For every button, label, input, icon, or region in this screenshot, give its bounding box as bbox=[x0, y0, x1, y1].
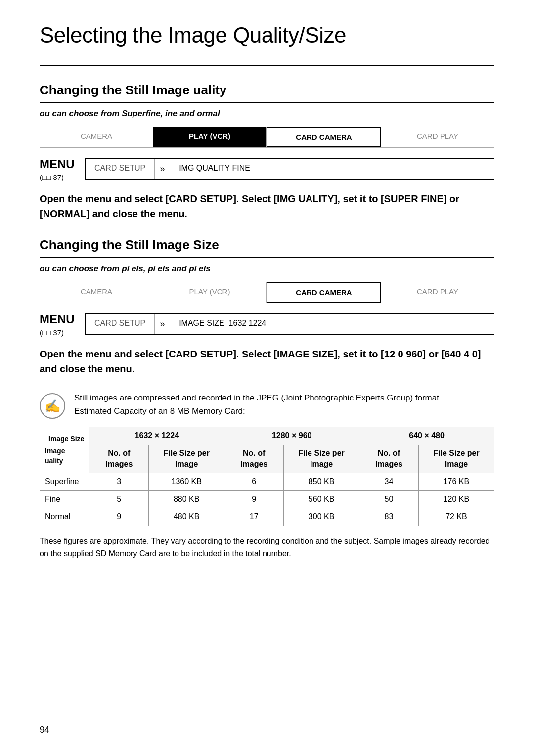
mode-btn-card-camera-2[interactable]: CARD CAMERA bbox=[267, 282, 381, 303]
menu-arrow-2: » bbox=[155, 314, 170, 334]
table-subheader-noi-2: No. of Images bbox=[224, 445, 284, 473]
table-cell: 880 KB bbox=[149, 490, 224, 508]
mode-btn-play-2[interactable]: PLAY (VCR) bbox=[153, 282, 267, 303]
menu-row-2: MENU (□□ 37) CARD SETUP » IMAGE SIZE 163… bbox=[40, 311, 494, 338]
mode-bar-2: CAMERA PLAY (VCR) CARD CAMERA CARD PLAY bbox=[40, 282, 494, 303]
menu-arrow-1: » bbox=[155, 159, 170, 179]
table-cell: 560 KB bbox=[284, 490, 359, 508]
menu-card-setup-2: CARD SETUP bbox=[86, 314, 155, 334]
menu-box-1: CARD SETUP » IMG QUALITY FINE bbox=[85, 158, 494, 179]
page-number: 94 bbox=[40, 724, 49, 736]
table-row-label: Fine bbox=[40, 490, 89, 508]
table-cell: 50 bbox=[359, 490, 419, 508]
mode-btn-card-play-2[interactable]: CARD PLAY bbox=[381, 282, 494, 303]
section1-subtitle: ou can choose from Superfine, ine and or… bbox=[40, 108, 494, 120]
table-cell: 850 KB bbox=[284, 473, 359, 490]
table-subheader-noi-3: No. of Images bbox=[359, 445, 419, 473]
section2-heading: Changing the Still Image Size bbox=[40, 236, 494, 258]
mode-btn-camera-2[interactable]: CAMERA bbox=[40, 282, 153, 303]
table-cell: 34 bbox=[359, 473, 419, 490]
table-cell: 72 KB bbox=[418, 508, 494, 526]
table-row-label: Normal bbox=[40, 508, 89, 526]
table-header-1632: 1632 × 1224 bbox=[89, 427, 224, 445]
table-cell: 9 bbox=[89, 508, 149, 526]
mode-btn-card-play-1[interactable]: CARD PLAY bbox=[381, 127, 494, 147]
menu-box-2: CARD SETUP » IMAGE SIZE 1632 1224 bbox=[85, 313, 494, 335]
section-size: Changing the Still Image Size ou can cho… bbox=[40, 236, 494, 376]
mode-bar-1: CAMERA PLAY (VCR) CARD CAMERA CARD PLAY bbox=[40, 127, 494, 148]
menu-label-1: MENU (□□ 37) bbox=[40, 156, 79, 183]
table-cell: 176 KB bbox=[418, 473, 494, 490]
page-title: Selecting the Image Quality/Size bbox=[40, 20, 494, 50]
menu-label-2: MENU (□□ 37) bbox=[40, 311, 79, 338]
table-corner: Image Size Image uality bbox=[40, 427, 89, 473]
table-cell: 83 bbox=[359, 508, 419, 526]
menu-card-setup-1: CARD SETUP bbox=[86, 159, 155, 179]
table-cell: 17 bbox=[224, 508, 284, 526]
section2-body: Open the menu and select [CARD SETUP]. S… bbox=[40, 347, 494, 376]
table-cell: 9 bbox=[224, 490, 284, 508]
mode-btn-card-camera-1[interactable]: CARD CAMERA bbox=[267, 127, 381, 147]
table-row-label: Superfine bbox=[40, 473, 89, 490]
mode-btn-camera-1[interactable]: CAMERA bbox=[40, 127, 153, 147]
table-cell: 6 bbox=[224, 473, 284, 490]
table-subheader-noi-1: No. of Images bbox=[89, 445, 149, 473]
menu-value-1: IMG QUALITY FINE bbox=[170, 159, 259, 179]
footer-note: These figures are approximate. They vary… bbox=[40, 535, 494, 560]
note-icon: ✍ bbox=[40, 393, 65, 419]
section1-heading: Changing the Still Image uality bbox=[40, 81, 494, 103]
note-text: Still images are compressed and recorded… bbox=[74, 391, 494, 418]
section-quality: Changing the Still Image uality ou can c… bbox=[40, 81, 494, 222]
table-cell: 300 KB bbox=[284, 508, 359, 526]
table-cell: 1360 KB bbox=[149, 473, 224, 490]
table-header-640: 640 × 480 bbox=[359, 427, 494, 445]
table-cell: 120 KB bbox=[418, 490, 494, 508]
table-cell: 5 bbox=[89, 490, 149, 508]
table-subheader-fs-2: File Size per Image bbox=[284, 445, 359, 473]
table-header-1280: 1280 × 960 bbox=[224, 427, 359, 445]
menu-value-2: IMAGE SIZE 1632 1224 bbox=[170, 314, 275, 334]
note-row: ✍ Still images are compressed and record… bbox=[40, 391, 494, 419]
table-subheader-fs-3: File Size per Image bbox=[418, 445, 494, 473]
section1-body: Open the menu and select [CARD SETUP]. S… bbox=[40, 191, 494, 221]
section2-subtitle: ou can choose from pi els, pi els and pi… bbox=[40, 263, 494, 275]
capacity-table: Image Size Image uality 1632 × 1224 1280… bbox=[40, 427, 494, 526]
table-subheader-fs-1: File Size per Image bbox=[149, 445, 224, 473]
table-cell: 3 bbox=[89, 473, 149, 490]
table-cell: 480 KB bbox=[149, 508, 224, 526]
mode-btn-play-1[interactable]: PLAY (VCR) bbox=[153, 127, 267, 147]
menu-row-1: MENU (□□ 37) CARD SETUP » IMG QUALITY FI… bbox=[40, 156, 494, 183]
